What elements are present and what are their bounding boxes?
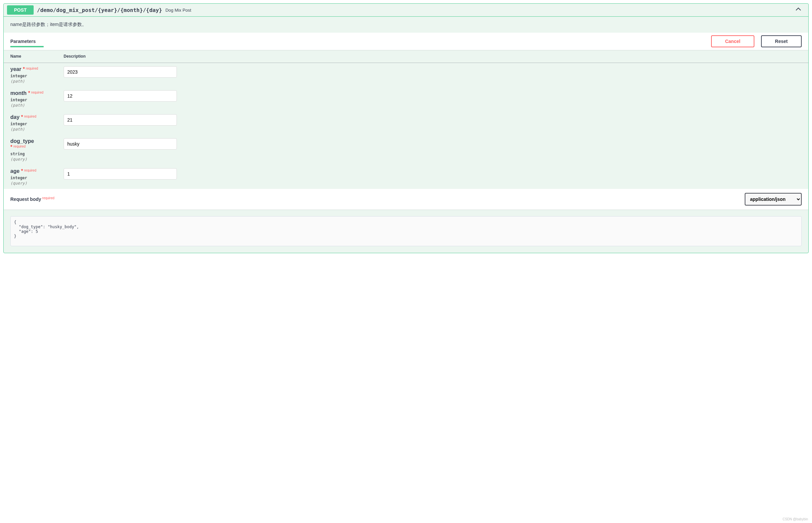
param-input-dog_type[interactable] xyxy=(63,138,177,149)
request-body-editor[interactable]: { "dog_type": "husky_body", "age": 5 } xyxy=(10,216,802,246)
request-body-header: Request body required application/json xyxy=(4,189,808,210)
opblock-summary[interactable]: POST /demo/dog_mix_post/{year}/{month}/{… xyxy=(4,4,808,17)
required-label: required xyxy=(12,145,26,148)
required-label: required xyxy=(30,91,44,94)
request-body-title: Request body xyxy=(10,197,41,202)
param-type: integer xyxy=(10,120,50,126)
required-star-icon: * xyxy=(28,90,30,96)
required-label: required xyxy=(23,168,36,172)
request-body-required: required xyxy=(41,196,55,200)
required-label: required xyxy=(23,114,36,118)
param-row-month: month *requiredinteger(path) xyxy=(4,87,808,111)
method-badge: POST xyxy=(7,5,34,15)
param-input-month[interactable] xyxy=(63,90,177,102)
endpoint-path: /demo/dog_mix_post/{year}/{month}/{day} xyxy=(34,7,166,13)
reset-button[interactable]: Reset xyxy=(761,35,802,47)
param-name: age xyxy=(10,168,20,174)
param-in: (query) xyxy=(10,156,50,162)
opblock-post: POST /demo/dog_mix_post/{year}/{month}/{… xyxy=(3,3,809,253)
param-in: (query) xyxy=(10,180,50,185)
param-name: year xyxy=(10,66,21,72)
required-star-icon: * xyxy=(23,66,25,72)
param-type: integer xyxy=(10,96,50,102)
param-type: string xyxy=(10,150,50,156)
required-label: required xyxy=(25,67,38,70)
param-row-age: age *requiredinteger(query) xyxy=(4,165,808,189)
parameters-header: Parameters Cancel Reset xyxy=(4,33,808,50)
param-input-day[interactable] xyxy=(63,114,177,126)
param-input-age[interactable] xyxy=(63,168,177,180)
param-name: month xyxy=(10,90,26,96)
param-type: integer xyxy=(10,174,50,180)
param-row-day: day *requiredinteger(path) xyxy=(4,111,808,135)
param-row-year: year *requiredinteger(path) xyxy=(4,63,808,87)
param-row-dog_type: dog_type *requiredstring(query) xyxy=(4,135,808,165)
param-in: (path) xyxy=(10,78,50,84)
param-in: (path) xyxy=(10,102,50,108)
col-name: Name xyxy=(4,50,57,63)
param-name: dog_type xyxy=(10,138,34,144)
cancel-button[interactable]: Cancel xyxy=(711,35,754,47)
content-type-select[interactable]: application/json xyxy=(745,193,802,205)
col-description: Description xyxy=(57,50,808,63)
param-type: integer xyxy=(10,72,50,78)
param-input-year[interactable] xyxy=(63,66,177,78)
param-in: (path) xyxy=(10,126,50,131)
chevron-up-icon[interactable] xyxy=(792,6,805,14)
parameters-table: Name Description year *requiredinteger(p… xyxy=(4,50,808,189)
endpoint-summary: Dog Mix Post xyxy=(166,8,191,13)
parameters-tab[interactable]: Parameters xyxy=(10,35,36,47)
opblock-description: name是路径参数；item是请求参数。 xyxy=(4,17,808,33)
param-name: day xyxy=(10,114,20,120)
